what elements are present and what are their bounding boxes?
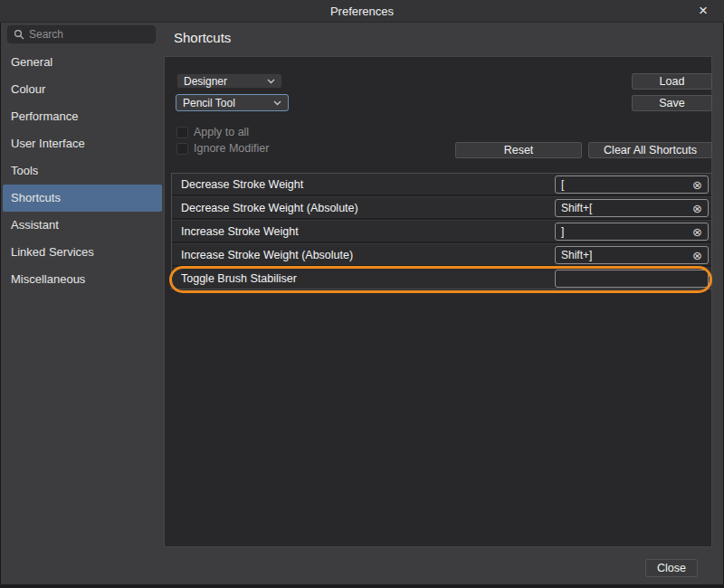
shortcut-row: Increase Stroke Weight ] ⊗ <box>172 220 711 242</box>
close-button[interactable]: Close <box>645 559 698 577</box>
ignore-modifier-checkbox[interactable]: Ignore Modifier <box>176 142 269 155</box>
close-icon[interactable]: × <box>699 0 708 22</box>
app-select-value: Designer <box>184 75 227 88</box>
shortcut-row: Toggle Brush Stabiliser <box>172 267 711 289</box>
clear-shortcut-icon[interactable]: ⊗ <box>692 179 702 191</box>
shortcut-keys: ] <box>561 225 692 238</box>
search-icon <box>14 29 24 40</box>
clear-shortcut-icon[interactable]: ⊗ <box>692 226 702 238</box>
sidebar-item-tools[interactable]: Tools <box>3 157 162 185</box>
sidebar-item-miscellaneous[interactable]: Miscellaneous <box>3 266 162 293</box>
checkbox-label: Ignore Modifier <box>194 142 269 155</box>
sidebar-item-user-interface[interactable]: User Interface <box>3 130 162 157</box>
app-select[interactable]: Designer <box>176 73 282 89</box>
shortcut-key-input[interactable]: Shift+] ⊗ <box>555 246 709 264</box>
apply-to-all-checkbox[interactable]: Apply to all <box>176 126 249 138</box>
sidebar-item-assistant[interactable]: Assistant <box>3 212 162 239</box>
window-bottom-edge <box>0 584 724 588</box>
shortcut-row: Decrease Stroke Weight (Absolute) Shift+… <box>172 196 711 218</box>
shortcut-key-input[interactable]: Shift+[ ⊗ <box>555 199 709 217</box>
shortcut-action-label: Toggle Brush Stabiliser <box>181 268 297 289</box>
sidebar-item-colour[interactable]: Colour <box>3 76 162 103</box>
shortcut-keys: Shift+[ <box>561 202 692 214</box>
shortcut-key-input[interactable]: [ ⊗ <box>555 175 709 194</box>
chevron-down-icon <box>273 100 281 106</box>
checkbox-label: Apply to all <box>194 126 249 138</box>
sidebar-item-performance[interactable]: Performance <box>3 103 162 130</box>
shortcut-keys: [ <box>561 178 692 191</box>
reset-button[interactable]: Reset <box>455 142 582 158</box>
shortcut-action-label: Increase Stroke Weight <box>181 221 299 242</box>
preferences-window: Preferences × Search General Colour Perf… <box>0 0 724 588</box>
tool-select-value: Pencil Tool <box>183 97 235 109</box>
window-title: Preferences <box>0 0 724 23</box>
tool-select[interactable]: Pencil Tool <box>176 94 289 111</box>
checkbox-box <box>176 127 188 138</box>
sidebar-item-linked-services[interactable]: Linked Services <box>3 239 162 266</box>
shortcut-action-label: Decrease Stroke Weight <box>181 174 303 195</box>
shortcut-action-label: Increase Stroke Weight (Absolute) <box>181 244 353 266</box>
clear-shortcut-icon[interactable]: ⊗ <box>692 203 702 214</box>
titlebar: Preferences × <box>0 0 724 23</box>
checkbox-box <box>176 143 188 155</box>
save-button[interactable]: Save <box>632 95 712 111</box>
search-placeholder: Search <box>29 28 63 41</box>
sidebar: Search General Colour Performance User I… <box>0 24 164 588</box>
sidebar-item-general[interactable]: General <box>3 49 162 76</box>
sidebar-nav: General Colour Performance User Interfac… <box>3 49 162 293</box>
shortcut-keys: Shift+] <box>561 249 692 261</box>
sidebar-item-shortcuts[interactable]: Shortcuts <box>3 185 162 212</box>
clear-shortcut-icon[interactable]: ⊗ <box>692 250 702 261</box>
chevron-down-icon <box>267 79 275 84</box>
shortcut-row: Increase Stroke Weight (Absolute) Shift+… <box>172 243 711 265</box>
search-input[interactable]: Search <box>7 25 156 43</box>
page-title: Shortcuts <box>174 30 231 45</box>
shortcuts-panel: Designer Pencil Tool Load Save Apply to … <box>164 56 712 547</box>
load-button[interactable]: Load <box>632 73 712 90</box>
shortcut-list: Decrease Stroke Weight [ ⊗ Decrease Stro… <box>171 173 712 289</box>
shortcut-action-label: Decrease Stroke Weight (Absolute) <box>181 197 358 219</box>
shortcut-key-input[interactable] <box>555 270 709 288</box>
shortcut-row: Decrease Stroke Weight [ ⊗ <box>172 174 711 194</box>
shortcut-key-input[interactable]: ] ⊗ <box>555 223 709 241</box>
clear-all-shortcuts-button[interactable]: Clear All Shortcuts <box>588 142 712 158</box>
